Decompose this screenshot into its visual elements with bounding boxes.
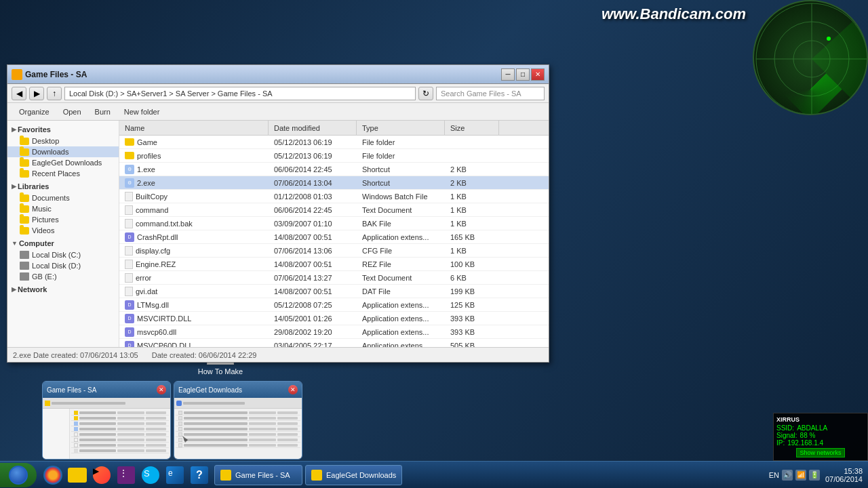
- taskbar-clock[interactable]: 15:38 07/06/2014: [825, 467, 863, 483]
- file-row[interactable]: ⚙ 2.exe 07/06/2014 13:04 Shortcut 2 KB: [119, 176, 549, 190]
- taskbar-app-icons: ▶ ⋮ S e ?: [39, 464, 213, 486]
- sidebar-item-eagleget[interactable]: EagleGet Downloads: [7, 157, 119, 168]
- file-row[interactable]: ⚙ 1.exe 06/06/2014 22:45 Shortcut 2 KB: [119, 163, 549, 176]
- file-name-cell: D MSVCIRTD.DLL: [119, 314, 269, 323]
- skype-icon-taskbar[interactable]: S: [140, 464, 161, 486]
- sidebar-header-network[interactable]: ▶ Network: [7, 283, 119, 296]
- sidebar-item-recent-places[interactable]: Recent Places: [7, 168, 119, 179]
- open-button[interactable]: Open: [57, 106, 87, 118]
- file-icon: [125, 260, 133, 269]
- file-type: Application extens...: [357, 233, 445, 241]
- file-size: 100 KB: [445, 260, 499, 268]
- ie-icon-taskbar[interactable]: e: [164, 464, 186, 486]
- help-icon-taskbar[interactable]: ?: [189, 464, 210, 486]
- back-button[interactable]: ◀: [12, 87, 26, 100]
- preview-content-1: [43, 398, 170, 459]
- file-row[interactable]: error 07/06/2014 13:27 Text Document 6 K…: [119, 271, 549, 285]
- xirrus-ip-value: 192.168.1.4: [787, 439, 823, 447]
- file-row[interactable]: D LTMsg.dll 05/12/2008 07:25 Application…: [119, 298, 549, 312]
- file-row[interactable]: gvi.dat 14/08/2007 00:51 DAT File 199 KB: [119, 285, 549, 298]
- network-label: Network: [18, 285, 47, 293]
- file-row[interactable]: command.txt.bak 03/09/2007 01:10 BAK Fil…: [119, 217, 549, 230]
- preview-title-bar-2: EagleGet Downloads ✕: [174, 382, 302, 398]
- preview-title-1: Game Files - SA: [47, 386, 96, 394]
- taskbar-folder-icon-1: [220, 470, 231, 481]
- desktop-folder-icon: [20, 138, 29, 145]
- xirrus-ip-label: IP:: [776, 439, 785, 447]
- file-type: File folder: [357, 138, 445, 146]
- sidebar-header-favorites[interactable]: ▶ Favorites: [7, 123, 119, 136]
- organize-button[interactable]: Organize: [13, 106, 56, 118]
- file-name-cell: command.txt.bak: [119, 219, 269, 228]
- taskbar-item-game-files[interactable]: Game Files - SA: [214, 465, 302, 485]
- libraries-label: Libraries: [18, 182, 49, 190]
- col-header-type[interactable]: Type: [357, 121, 445, 135]
- preview-game-files[interactable]: Game Files - SA ✕: [42, 381, 171, 460]
- file-name: BuiltCopy: [136, 192, 167, 201]
- file-row[interactable]: D MSVCP60D.DLL 03/04/2005 22:17 Applicat…: [119, 339, 549, 347]
- maximize-button[interactable]: □: [516, 68, 530, 81]
- file-row[interactable]: profiles 05/12/2013 06:19 File folder: [119, 149, 549, 163]
- file-row[interactable]: BuiltCopy 01/12/2008 01:03 Windows Batch…: [119, 190, 549, 203]
- tray-battery-icon[interactable]: 🔋: [809, 470, 820, 481]
- preview-close-1[interactable]: ✕: [157, 385, 166, 394]
- forward-button[interactable]: ▶: [29, 87, 44, 100]
- up-button[interactable]: ↑: [47, 87, 62, 100]
- sidebar-item-local-d[interactable]: Local Disk (D:): [7, 260, 119, 271]
- folder-icon: [125, 138, 134, 146]
- tray-speaker-icon[interactable]: 🔊: [782, 470, 793, 481]
- burn-button[interactable]: Burn: [89, 106, 117, 118]
- taskbar-item-eagleget[interactable]: EagleGet Downloads: [305, 465, 402, 485]
- sidebar-item-gb-e[interactable]: GB (E:): [7, 271, 119, 282]
- file-size: 6 KB: [445, 274, 499, 282]
- file-row[interactable]: Game 05/12/2013 06:19 File folder: [119, 136, 549, 149]
- file-row[interactable]: D MSVCIRTD.DLL 14/05/2001 01:26 Applicat…: [119, 312, 549, 325]
- minimize-button[interactable]: ─: [501, 68, 515, 81]
- preview-eagleget[interactable]: EagleGet Downloads ✕: [174, 381, 302, 460]
- xirrus-signal-value: 88 %: [800, 432, 816, 439]
- sidebar-item-pictures[interactable]: Pictures: [7, 214, 119, 225]
- col-header-size[interactable]: Size: [445, 121, 499, 135]
- preview-close-2[interactable]: ✕: [288, 385, 298, 394]
- music-folder-icon: [20, 205, 29, 213]
- refresh-button[interactable]: ↻: [418, 87, 433, 100]
- file-icon: [125, 246, 133, 256]
- file-name: LTMsg.dll: [137, 301, 169, 309]
- media-icon-taskbar[interactable]: ▶: [91, 464, 113, 486]
- file-name: gvi.dat: [136, 287, 157, 296]
- sidebar-pictures-label: Pictures: [32, 216, 59, 224]
- file-name-cell: profiles: [119, 152, 269, 160]
- chrome-icon-taskbar[interactable]: [42, 464, 64, 486]
- close-button[interactable]: ✕: [531, 68, 545, 81]
- sidebar-item-local-c[interactable]: Local Disk (C:): [7, 249, 119, 260]
- file-date: 03/04/2005 22:17: [269, 342, 357, 348]
- file-list-header: Name Date modified Type Size: [119, 121, 549, 136]
- sidebar-item-music[interactable]: Music: [7, 203, 119, 214]
- file-row[interactable]: D CrashRpt.dll 14/08/2007 00:51 Applicat…: [119, 230, 549, 244]
- folder-icon-taskbar[interactable]: [66, 464, 88, 486]
- file-row[interactable]: display.cfg 07/06/2014 13:06 CFG File 1 …: [119, 244, 549, 258]
- search-box[interactable]: Search Game Files - SA: [436, 87, 545, 100]
- new-folder-button[interactable]: New folder: [118, 106, 166, 118]
- sidebar-header-computer[interactable]: ▼ Computer: [7, 237, 119, 249]
- file-row[interactable]: D msvcp60.dll 29/08/2002 19:20 Applicati…: [119, 325, 549, 339]
- sidebar-item-documents[interactable]: Documents: [7, 192, 119, 203]
- col-header-date[interactable]: Date modified: [269, 121, 357, 135]
- sidebar-item-downloads[interactable]: Downloads: [7, 146, 119, 157]
- sidebar-header-libraries[interactable]: ▶ Libraries: [7, 180, 119, 192]
- vs-icon-taskbar[interactable]: ⋮: [115, 464, 137, 486]
- sidebar-item-desktop[interactable]: Desktop: [7, 136, 119, 146]
- disk-e-icon: [20, 272, 29, 281]
- file-row[interactable]: Engine.REZ 14/08/2007 00:51 REZ File 100…: [119, 258, 549, 271]
- tray-network-icon[interactable]: 📶: [795, 470, 806, 481]
- file-row[interactable]: command 06/06/2014 22:45 Text Document 1…: [119, 203, 549, 217]
- sidebar-item-videos[interactable]: Videos: [7, 225, 119, 236]
- file-type: REZ File: [357, 260, 445, 268]
- explorer-window: Game Files - SA ─ □ ✕ ◀ ▶ ↑ Local Disk (…: [7, 64, 549, 363]
- col-header-name[interactable]: Name: [119, 121, 269, 135]
- start-button[interactable]: [0, 463, 37, 487]
- address-path[interactable]: Local Disk (D:) > SA+Server1 > SA Server…: [64, 87, 416, 100]
- media-logo: ▶: [93, 466, 111, 484]
- exe-icon: ⚙: [125, 178, 134, 188]
- show-networks-button[interactable]: Show networks: [796, 448, 844, 458]
